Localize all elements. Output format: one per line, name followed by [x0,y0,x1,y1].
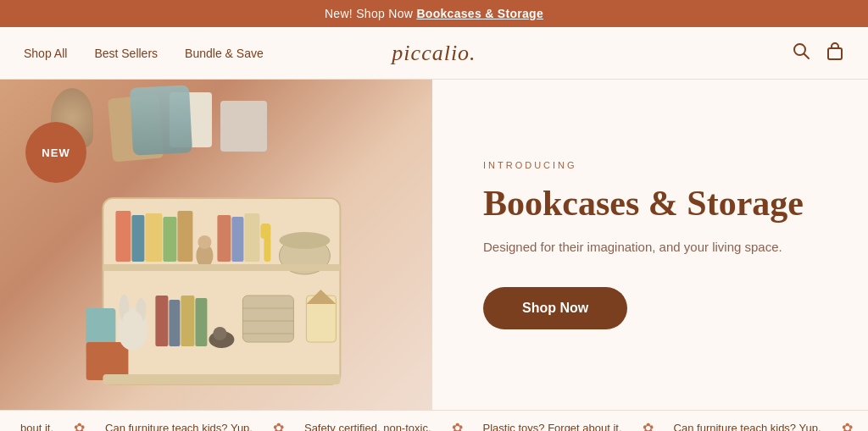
nav-links: Shop All Best Sellers Bundle & Save [24,47,264,60]
new-badge: NEW [25,122,86,183]
svg-rect-17 [260,224,270,239]
ticker-item: Can furniture teach kids? Yup. [654,420,842,431]
hero-section: NEW INTRODUCING Bookcases & Storage Desi… [0,80,868,410]
svg-rect-27 [181,296,194,346]
intro-label: INTRODUCING [483,160,817,170]
ticker-item: Can furniture teach kids? Yup. [85,420,273,431]
svg-line-1 [804,54,810,59]
svg-rect-13 [217,215,231,262]
banner-text: New! Shop Now [325,7,416,20]
svg-rect-14 [231,217,243,262]
bag-icon[interactable] [826,41,844,64]
svg-point-24 [122,311,142,331]
nav-icons [792,41,844,64]
svg-rect-6 [115,211,131,262]
svg-rect-20 [103,264,340,271]
hero-image-area: NEW [0,80,432,410]
search-icon[interactable] [792,41,810,64]
ticker-item: Plastic toys? Forget about it. [463,420,643,431]
ticker-item: bout it. [0,420,74,431]
svg-rect-7 [131,215,144,262]
svg-rect-31 [242,296,293,342]
svg-rect-15 [244,213,259,262]
svg-rect-8 [145,213,162,262]
banner-link[interactable]: Bookcases & Storage [416,7,543,20]
svg-point-19 [279,232,330,249]
svg-point-12 [198,235,211,249]
svg-rect-9 [163,217,176,262]
svg-rect-16 [264,236,270,262]
shop-now-button[interactable]: Shop Now [483,287,627,329]
svg-rect-2 [828,48,842,59]
nav-best-sellers[interactable]: Best Sellers [94,47,158,60]
svg-point-30 [213,327,226,340]
svg-rect-37 [103,374,340,384]
announcement-banner: New! Shop Now Bookcases & Storage [0,0,868,27]
hero-title: Bookcases & Storage [483,184,817,223]
nav-shop-all[interactable]: Shop All [24,47,67,60]
svg-rect-25 [155,296,168,346]
site-logo[interactable]: piccalio. [392,41,476,66]
main-nav: Shop All Best Sellers Bundle & Save picc… [0,27,868,80]
nav-bundle-save[interactable]: Bundle & Save [185,47,264,60]
ticker-track: bout it. ✿ Can furniture teach kids? Yup… [0,420,868,431]
ticker-item: Safety certified [853,420,868,431]
hero-subtitle: Designed for their imagination, and your… [483,238,817,257]
hero-content: INTRODUCING Bookcases & Storage Designed… [432,80,868,410]
svg-rect-28 [195,298,207,346]
ticker-item: Safety certified, non-toxic. [284,420,452,431]
bookshelf-illustration [86,164,357,393]
ticker-bar: bout it. ✿ Can furniture teach kids? Yup… [0,410,868,431]
svg-rect-10 [177,211,192,262]
svg-rect-26 [169,300,180,346]
